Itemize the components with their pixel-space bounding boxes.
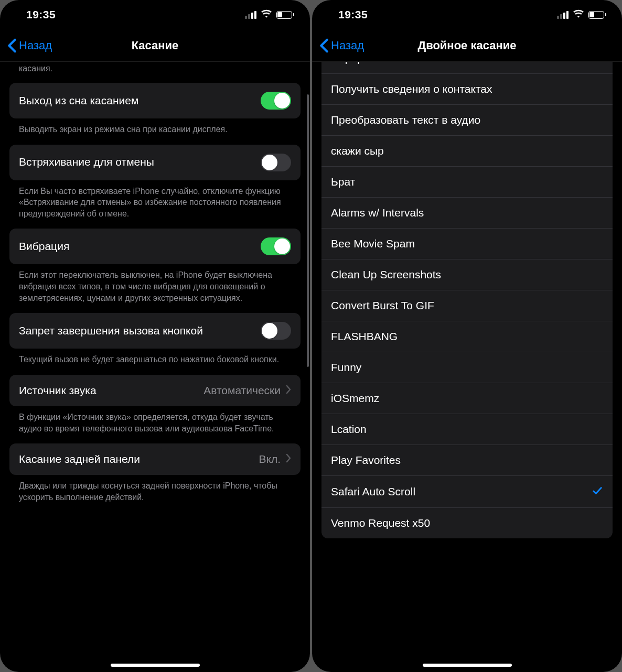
nav-bar: Назад Касание [0,29,310,62]
back-button[interactable]: Назад [7,38,52,53]
row-footer: Если Вы часто встряхиваете iPhone случай… [9,180,301,220]
row-label: Запрет завершения вызова кнопкой [19,324,261,338]
status-bar: 19:35 [0,0,310,29]
list-item[interactable]: Venmo Request x50 [321,507,613,538]
row-value: Вкл. [259,453,281,465]
toggle-switch[interactable] [261,322,291,340]
settings-group: Касание задней панелиВкл. [9,443,301,475]
settings-group: Встряхивание для отмены [9,145,301,180]
nav-bar: Назад Двойное касание [312,29,622,62]
list-item[interactable]: Ьрат [321,166,613,197]
toggle-switch[interactable] [261,154,291,171]
list-item-label: FLASHBANG [331,330,603,343]
list-item-label: Перерыв [331,62,603,64]
settings-row[interactable]: Источник звукаАвтоматически [9,375,301,406]
list-item-label: Funny [331,361,603,374]
wifi-icon [573,8,584,21]
list-item[interactable]: Преобразовать текст в аудио [321,104,613,135]
home-indicator[interactable] [423,664,512,667]
cellular-signal-icon [557,11,569,19]
chevron-right-icon [286,385,291,396]
chevron-left-icon [319,38,329,53]
row-footer: Выводить экран из режима сна при касании… [9,118,301,135]
list-item[interactable]: Safari Auto Scroll [321,475,613,507]
chevron-right-icon [286,453,291,465]
list-item-label: Ьрат [331,176,603,188]
list-item-label: скажи сыр [331,145,603,157]
status-icons [557,8,607,21]
status-time: 19:35 [26,8,56,21]
settings-group: Выход из сна касанием [9,83,301,118]
toggle-switch[interactable] [261,237,291,255]
settings-group: Источник звукаАвтоматически [9,375,301,406]
wifi-icon [261,8,272,21]
status-time: 19:35 [338,8,368,21]
right-screenshot: 19:35 Назад Двойное касание ПерерывПолуч… [312,0,622,672]
settings-list: касания. Выход из сна касаниемВыводить э… [0,62,310,672]
checkmark-icon [592,485,603,498]
home-indicator[interactable] [111,664,200,667]
list-item[interactable]: Clean Up Screenshots [321,259,613,290]
settings-row: Встряхивание для отмены [9,145,301,180]
list-item[interactable]: Lcation [321,414,613,445]
row-footer: Если этот переключатель выключен, на iPh… [9,264,301,304]
settings-row: Выход из сна касанием [9,83,301,118]
back-label: Назад [331,39,364,52]
list-item[interactable]: FLASHBANG [321,321,613,352]
list-item-label: Play Favorites [331,454,603,467]
toggle-switch[interactable] [261,92,291,110]
battery-icon [588,11,607,19]
cellular-signal-icon [245,11,256,19]
list-item[interactable]: Получить сведения о контактах [321,73,613,104]
list-item-label: Lcation [331,423,603,436]
row-label: Источник звука [19,384,203,397]
row-label: Вибрация [19,240,261,253]
settings-group: Вибрация [9,229,301,264]
list-item[interactable]: Convert Burst To GIF [321,290,613,321]
list-item[interactable]: Funny [321,352,613,383]
truncated-footer-text: касания. [9,62,301,73]
chevron-left-icon [7,38,17,53]
row-label: Касание задней панели [19,452,259,466]
list-item-label: Alarms w/ Intervals [331,207,603,219]
list-item[interactable]: iOSmemz [321,383,613,414]
row-label: Выход из сна касанием [19,94,261,107]
list-item[interactable]: Play Favorites [321,445,613,475]
list-item[interactable]: скажи сыр [321,135,613,166]
row-footer: Дважды или трижды коснуться задней повер… [9,475,301,503]
battery-icon [276,11,295,19]
back-label: Назад [19,39,52,52]
back-button[interactable]: Назад [319,38,364,53]
status-icons [245,8,295,21]
settings-row[interactable]: Касание задней панелиВкл. [9,443,301,475]
list-item[interactable]: Перерыв [321,62,613,73]
row-value: Автоматически [203,384,281,397]
settings-row: Вибрация [9,229,301,264]
settings-row: Запрет завершения вызова кнопкой [9,313,301,349]
list-item-label: iOSmemz [331,392,603,405]
list-item-label: Bee Movie Spam [331,237,603,250]
row-footer: В функции «Источник звука» определяется,… [9,406,301,434]
list-item-label: Venmo Request x50 [331,517,603,529]
row-footer: Текущий вызов не будет завершаться по на… [9,349,301,365]
list-item-label: Safari Auto Scroll [331,485,592,498]
list-item[interactable]: Alarms w/ Intervals [321,197,613,228]
list-item-label: Clean Up Screenshots [331,268,603,281]
list-item-label: Преобразовать текст в аудио [331,114,603,126]
settings-group: Запрет завершения вызова кнопкой [9,313,301,349]
status-bar: 19:35 [312,0,622,29]
left-screenshot: 19:35 Назад Касание касания. Выход из сн… [0,0,310,672]
shortcut-list: ПерерывПолучить сведения о контактахПрео… [312,62,622,672]
row-label: Встряхивание для отмены [19,155,261,169]
scroll-indicator[interactable] [307,94,309,367]
list-item[interactable]: Bee Movie Spam [321,228,613,259]
list-item-label: Получить сведения о контактах [331,83,603,95]
list-item-label: Convert Burst To GIF [331,299,603,312]
